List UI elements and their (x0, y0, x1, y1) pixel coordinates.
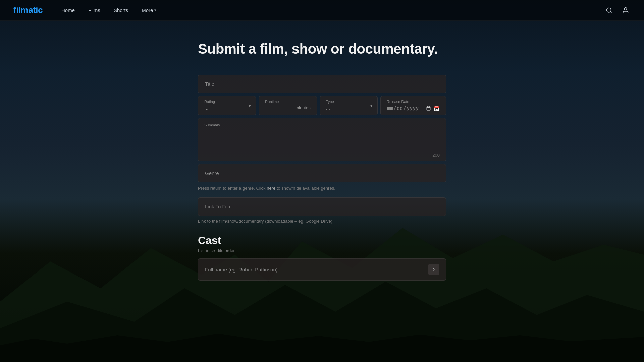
rating-chevron-icon: ▾ (249, 103, 251, 108)
summary-textarea[interactable] (204, 130, 440, 150)
rating-select[interactable]: Rating ... ▾ (198, 96, 256, 115)
chevron-right-icon (431, 267, 436, 272)
nav-actions (604, 5, 631, 15)
more-chevron-icon: ▾ (154, 8, 156, 12)
user-icon (622, 7, 629, 14)
link-to-film-input[interactable] (198, 197, 446, 216)
cast-title: Cast (198, 234, 446, 247)
user-profile-button[interactable] (621, 5, 631, 15)
rating-label: Rating (204, 100, 250, 104)
type-label: Type (326, 100, 371, 104)
nav-links: Home Films Shorts More ▾ (56, 5, 604, 16)
runtime-input[interactable] (265, 105, 295, 111)
runtime-label: Runtime (265, 100, 310, 104)
svg-line-4 (610, 11, 612, 13)
meta-fields-row: Rating ... ▾ Runtime minutes Type ... ▾ … (198, 96, 446, 115)
search-button[interactable] (604, 6, 614, 15)
release-date-field: Release Date 📅 (380, 96, 446, 115)
nav-home[interactable]: Home (56, 5, 80, 16)
svg-point-5 (624, 7, 627, 10)
nav-shorts[interactable]: Shorts (108, 5, 133, 16)
type-value: ... (326, 105, 371, 111)
summary-label: Summary (204, 123, 440, 127)
cast-name-row[interactable]: Full name (eg. Robert Pattinson) (198, 258, 446, 281)
runtime-unit: minutes (295, 105, 311, 110)
title-input[interactable] (198, 75, 446, 93)
nav-more[interactable]: More ▾ (136, 5, 162, 16)
runtime-field: Runtime minutes (259, 96, 317, 115)
link-hint: Link to the film/show/documentary (downl… (198, 219, 446, 224)
summary-char-count: 200 (204, 153, 440, 158)
navbar: filmatic Home Films Shorts More ▾ (0, 0, 644, 21)
type-select[interactable]: Type ... ▾ (320, 96, 378, 115)
cast-subtitle: List in credits order (198, 248, 446, 253)
type-chevron-icon: ▾ (370, 103, 373, 108)
main-content: Submit a film, show or documentary. Rati… (191, 21, 453, 307)
divider (198, 65, 446, 65)
search-icon (606, 7, 612, 14)
genre-input[interactable] (198, 164, 446, 182)
genre-hint-link[interactable]: here (267, 186, 275, 191)
calendar-icon: 📅 (433, 105, 440, 112)
nav-films[interactable]: Films (83, 5, 106, 16)
cast-name-placeholder: Full name (eg. Robert Pattinson) (205, 267, 278, 273)
page-title: Submit a film, show or documentary. (198, 41, 446, 57)
release-date-label: Release Date (387, 100, 440, 104)
release-date-input[interactable] (387, 105, 432, 112)
cast-add-button[interactable] (428, 264, 439, 275)
rating-value: ... (204, 105, 250, 111)
brand-logo[interactable]: filmatic (13, 5, 43, 15)
summary-field: Summary 200 (198, 118, 446, 161)
genre-hint: Press return to enter a genre. Click her… (198, 186, 446, 191)
